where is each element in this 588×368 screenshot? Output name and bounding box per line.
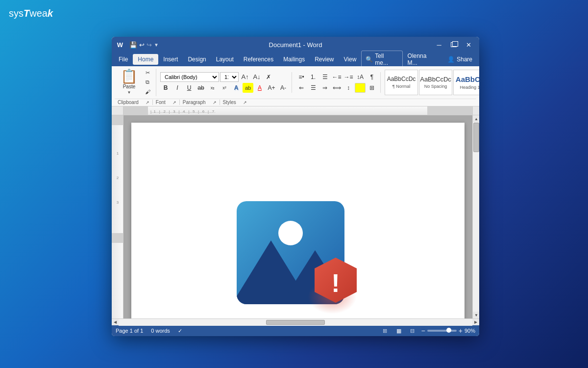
paste-button[interactable]: 📋 Paste ▼ [118,69,141,96]
shading-button[interactable] [355,83,366,93]
subscript-button[interactable]: x₂ [207,83,218,93]
paragraph-label-text: Paragraph [183,100,206,105]
borders-button[interactable]: ⊞ [367,83,377,93]
svg-rect-4 [427,106,472,115]
person-icon: 👤 [447,56,455,63]
vertical-scrollbar: ▲ ▼ [472,115,479,318]
menu-file[interactable]: File [114,54,133,65]
user-name[interactable]: Olenna M... [405,51,441,68]
print-layout-button[interactable]: ⊞ [380,327,390,335]
italic-button[interactable]: I [172,83,183,93]
style-nospacing-label: No Spacing [424,84,447,89]
zoom-out-button[interactable]: − [421,327,425,335]
numbering-button[interactable]: 1. [308,72,318,82]
zoom-control: − + 90% [421,327,475,335]
multilevel-button[interactable]: ☰ [319,72,330,82]
menu-references[interactable]: References [239,54,278,65]
styles-expand-icon[interactable]: ↗ [243,100,247,105]
clipboard-expand-icon[interactable]: ↗ [146,100,149,105]
document-scroll-area[interactable]: ! [123,115,472,318]
menu-view[interactable]: View [339,54,362,65]
style-nospacing[interactable]: AaBbCcDc No Spacing [419,70,452,95]
decrease-indent-button[interactable]: ←≡ [331,72,342,82]
line-spacing-button[interactable]: ↕ [343,83,354,93]
zoom-slider[interactable] [427,330,457,332]
align-left-button[interactable]: ⇐ [296,83,307,93]
redo-icon[interactable]: ↪ [147,41,152,49]
text-effects-button[interactable]: A [231,83,242,93]
scroll-left-button[interactable]: ◀ [112,319,119,326]
zoom-slider-thumb[interactable] [446,328,451,333]
strikethrough-button[interactable]: ab [196,83,206,93]
font-row1: Calibri (Body) 11 A↑ A↓ ✗ [160,72,274,82]
decrease-font-button[interactable]: A↓ [251,72,262,82]
customize-icon[interactable]: ▼ [154,42,159,48]
horizontal-scroll-thumb[interactable] [266,320,325,325]
tell-me-input[interactable]: 🔍 Tell me... [361,51,402,68]
menu-home[interactable]: Home [133,54,158,65]
logo-sys: sys [9,8,24,19]
share-button[interactable]: 👤 Share [442,54,477,64]
scroll-down-button[interactable]: ▼ [473,312,479,318]
style-normal[interactable]: AaBbCcDc ¶ Normal [385,70,418,95]
page-number: Page 1 of 1 [116,328,143,334]
copy-button[interactable]: ⧉ [142,78,153,87]
proofing-icon[interactable]: ✓ [178,328,182,334]
save-icon[interactable]: 💾 [129,41,137,49]
font-expand-icon[interactable]: ↗ [172,100,176,105]
bold-button[interactable]: B [160,83,171,93]
horizontal-scrollbar: ◀ ▶ [112,318,479,325]
menu-insert[interactable]: Insert [158,54,183,65]
web-layout-button[interactable]: ⊟ [408,327,417,335]
underline-button[interactable]: U [184,83,195,93]
scroll-up-button[interactable]: ▲ [473,115,479,122]
sort-button[interactable]: ↕A [355,72,366,82]
clipboard-label-text: Clipboard [118,100,139,105]
scroll-thumb[interactable] [473,123,479,152]
font-group: Calibri (Body) 11 A↑ A↓ ✗ B I U ab x₂ x² [157,72,292,93]
align-center-button[interactable]: ☰ [308,83,318,93]
font-size-dec-button[interactable]: A- [278,83,289,93]
scroll-track[interactable] [473,122,479,312]
superscript-button[interactable]: x² [219,83,230,93]
clear-format-button[interactable]: ✗ [263,72,274,82]
font-color-button[interactable]: A [254,83,265,93]
font-size-select[interactable]: 11 [220,72,239,82]
bullets-button[interactable]: ≡• [296,72,307,82]
increase-font-button[interactable]: A↑ [240,72,250,82]
highlight-button[interactable]: ab [243,83,253,93]
menu-review[interactable]: Review [310,54,339,65]
horizontal-scroll-track[interactable] [119,319,472,326]
title-bar-left: W 💾 ↩ ↪ ▼ [116,40,159,49]
svg-text:1: 1 [117,151,119,156]
logo-tweak: Tweak [24,8,53,19]
paste-label: Paste [123,84,136,89]
scroll-right-button[interactable]: ▶ [472,319,479,326]
menu-mailings[interactable]: Mailings [278,54,310,65]
increase-indent-button[interactable]: →≡ [343,72,354,82]
read-mode-button[interactable]: ▦ [394,327,404,335]
show-hide-button[interactable]: ¶ [367,72,377,82]
font-name-select[interactable]: Calibri (Body) [160,72,219,82]
restore-button[interactable] [447,39,461,50]
lightbulb-icon: 🔍 [366,56,373,63]
menu-bar: File Home Insert Design Layout Reference… [112,53,479,66]
svg-rect-7 [112,233,123,243]
align-right-button[interactable]: ⇒ [319,83,330,93]
undo-icon[interactable]: ↩ [139,41,145,49]
paragraph-expand-icon[interactable]: ↗ [213,100,217,105]
ribbon: 📋 Paste ▼ ✂ ⧉ 🖌 Calibri (Body) 11 [112,66,479,106]
clipboard-label: Clipboard ↗ [115,100,153,105]
format-painter-button[interactable]: 🖌 [142,87,153,96]
style-heading1[interactable]: AaBbCc Heading 1 [453,70,479,95]
minimize-button[interactable]: ─ [432,39,446,50]
menu-design[interactable]: Design [183,54,211,65]
menu-right: 🔍 Tell me... Olenna M... 👤 Share [361,51,477,68]
status-right: ⊞ ▦ ⊟ − + 90% [380,327,475,335]
zoom-in-button[interactable]: + [459,327,463,335]
justify-button[interactable]: ⟺ [331,83,342,93]
cut-button[interactable]: ✂ [142,69,153,78]
menu-layout[interactable]: Layout [211,54,239,65]
font-size-inc-button[interactable]: A+ [266,83,277,93]
close-button[interactable]: ✕ [462,39,475,50]
